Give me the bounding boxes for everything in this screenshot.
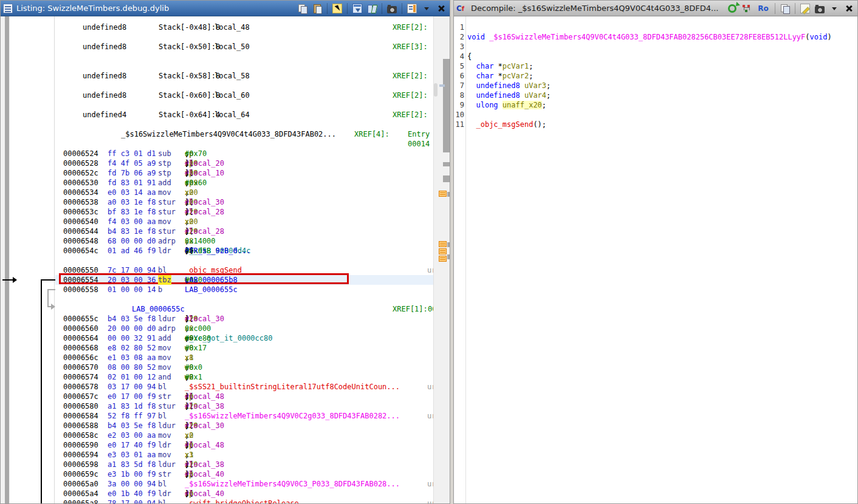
edit-icon: [800, 4, 810, 13]
close-decompiler-button[interactable]: [843, 2, 855, 15]
label-row[interactable]: _$s16SwizzleMeTimbers4Q9V0C4t4G033_8DFD4…: [1, 129, 450, 139]
instruction-row[interactable]: 0000653cbf 83 1e f8sturxzr,[x29, #local_…: [1, 207, 450, 217]
decompiler-code-line[interactable]: 3: [454, 42, 857, 52]
instruction-row[interactable]: 0000654c01 ad 46 f9ldrx1=>s__9zB_0000dd4…: [1, 246, 450, 256]
stack-variable-row[interactable]: undefined4Stack[-0x64]:4local_64XREF[2]:: [1, 110, 450, 120]
decompiler-code-line[interactable]: 7 undefined8 uVar3;: [454, 81, 857, 90]
instruction-row[interactable]: 0000658ce2 03 00 aamovx2,x0: [1, 431, 450, 440]
scroll-marker-margin[interactable]: [433, 16, 450, 503]
listing-title: Listing: SwizzleMeTimbers.debug.dylib: [16, 4, 169, 13]
decompiler-code-line[interactable]: 5 char *pcVar1;: [454, 61, 857, 71]
snapshot-camera-icon: [387, 6, 397, 13]
copy-icon: [780, 4, 790, 13]
decompiler-code-line[interactable]: 11 _objc_msgSend();: [454, 120, 857, 129]
instruction-row[interactable]: 00006598a1 83 5d f8ldurx1,[x29, #local_3…: [1, 460, 450, 469]
cursor-location-button[interactable]: [331, 2, 343, 15]
instruction-row[interactable]: 00006568e8 02 80 52movw8,#0x17: [1, 343, 450, 353]
ro-button[interactable]: Ro: [755, 2, 771, 15]
bookmark-icon[interactable]: [439, 248, 447, 254]
copy-button[interactable]: [297, 2, 309, 15]
listing-row[interactable]: 00014: [1, 139, 450, 149]
instruction-row[interactable]: 00006528f4 4f 05 a9stpx20,x19,[sp, #loca…: [1, 158, 450, 168]
decompiler-code-line[interactable]: 2void _$s16SwizzleMeTimbers4Q9V0C4t4G033…: [454, 32, 857, 42]
instruction-row[interactable]: 00006594e3 03 01 aamovx3,x1: [1, 450, 450, 460]
instruction-row[interactable]: 0000658452 f8 ff 97bl_$s16SwizzleMeTimbe…: [1, 411, 450, 421]
stack-variable-row[interactable]: undefined8Stack[-0x48]:8local_48XREF[2]:: [1, 22, 450, 32]
instruction-row[interactable]: 0000655801 00 00 14bLAB_0000655c: [1, 285, 450, 295]
instruction-row[interactable]: 0000657803 17 00 94bl_$sSS21_builtinStri…: [1, 382, 450, 392]
scrollbar-thumb[interactable]: [434, 83, 438, 97]
instruction-row[interactable]: 0000655420 03 00 36tbzw0,#0x0,LAB_000065…: [1, 275, 450, 285]
options-caret-button[interactable]: [420, 2, 433, 15]
decompiler-code-line[interactable]: 10: [454, 110, 857, 120]
panel-menu-caret[interactable]: [828, 2, 840, 15]
jump-flow-line: [41, 279, 55, 281]
listing-titlebar[interactable]: Listing: SwizzleMeTimbers.debug.dylib: [1, 1, 450, 16]
paste-button[interactable]: [311, 2, 323, 15]
label-row[interactable]: LAB_0000655cXREF[1]:00006: [1, 304, 450, 314]
instruction-row[interactable]: 00006590e0 17 40 f9ldrx0,[sp, #local_48]: [1, 440, 450, 450]
line-number: 1: [454, 22, 464, 32]
edit-button[interactable]: [799, 2, 811, 15]
refresh-icon: [728, 4, 736, 13]
bookmark-icon[interactable]: [439, 241, 447, 247]
instruction-row[interactable]: 0000657008 00 80 52movw8,#0x0: [1, 363, 450, 372]
copy-button[interactable]: [779, 2, 791, 15]
instruction-row[interactable]: 00006530fd 83 01 91addx29,sp,#0x60: [1, 178, 450, 188]
line-number: 10: [454, 110, 464, 120]
instruction-row[interactable]: 000065a03a 00 00 94bl_$s16SwizzleMeTimbe…: [1, 479, 450, 489]
instruction-row[interactable]: 0000656ce1 03 08 aamovx1,x8: [1, 353, 450, 363]
instruction-row[interactable]: 00006580a1 83 1d f8sturx1,[x29, #local_3…: [1, 401, 450, 411]
instruction-row[interactable]: 00006524ff c3 01 d1subsp,sp,#0x70: [1, 149, 450, 158]
diff-view-icon: [367, 4, 377, 13]
close-listing-button[interactable]: [435, 2, 447, 15]
decompiler-title: Decompile: _$s16SwizzleMeTimbers4Q9V0C4t…: [471, 4, 718, 13]
stack-variable-row[interactable]: undefined8Stack[-0x60]:8local_60XREF[2]:: [1, 90, 450, 100]
ro-icon: Ro: [757, 4, 770, 13]
instruction-row[interactable]: 00006588b4 03 5e f8ldurx20,[x29, #local_…: [1, 421, 450, 431]
decompiler-code-line[interactable]: 4{: [454, 52, 857, 61]
instruction-row[interactable]: 000065a878 17 00 94bl_swift_bridgeObject…: [1, 499, 450, 503]
cursor-location-icon: [332, 4, 342, 13]
graph-icon: [742, 4, 752, 13]
listing-view[interactable]: undefined8Stack[-0x48]:8local_48XREF[2]:…: [1, 16, 450, 503]
decompiler-code-line[interactable]: 9 ulong unaff_x20;: [454, 100, 857, 110]
instruction-row[interactable]: 0000656400 00 32 91addx0=>s_Ye_got_it_00…: [1, 333, 450, 343]
instruction-row[interactable]: 0000655cb4 03 5e f8ldurx20,[x29, #local_…: [1, 314, 450, 324]
instruction-row[interactable]: 0000656020 00 00 d0adrpx0,0xc000: [1, 324, 450, 333]
snapshot-button[interactable]: [386, 2, 398, 15]
dropdown-caret-icon: [424, 4, 430, 13]
instruction-row[interactable]: 00006544b4 83 1e f8sturx20,[x29, #local_…: [1, 226, 450, 236]
instruction-row[interactable]: 000065a4e0 1b 40 f9ldrx0,[sp, #local_40]: [1, 489, 450, 499]
instruction-row[interactable]: 0000654868 00 00 d0adrpx8,0x14000: [1, 236, 450, 246]
instruction-row[interactable]: 00006534e0 03 14 aamovx0,x20: [1, 188, 450, 197]
decompiler-view[interactable]: 12void _$s16SwizzleMeTimbers4Q9V0C4t4G03…: [454, 16, 857, 503]
decompiler-code-line[interactable]: 6 char *pcVar2;: [454, 71, 857, 81]
stack-variable-row[interactable]: undefined8Stack[-0x50]:8local_50XREF[3]:: [1, 42, 450, 52]
instruction-row[interactable]: 0000657ce0 17 00 f9strx0,[sp, #local_48]: [1, 392, 450, 401]
diff-view-button[interactable]: [366, 2, 378, 15]
bookmark-icon[interactable]: [439, 191, 447, 197]
instruction-row[interactable]: 0000657402 01 00 12andw2,w8,#0x1: [1, 372, 450, 382]
fallthrough-flow-line: [47, 289, 49, 307]
decompiler-panel: Cf Decompile: _$s16SwizzleMeTimbers4Q9V0…: [453, 0, 858, 504]
decompiler-code-line[interactable]: 8 undefined8 uVar4;: [454, 90, 857, 100]
listing-options-button[interactable]: [406, 2, 418, 15]
line-number: 8: [454, 90, 464, 100]
graph-button[interactable]: [741, 2, 753, 15]
bookmark-icon[interactable]: [439, 256, 447, 262]
toggle-header-button[interactable]: [351, 2, 363, 15]
instruction-row[interactable]: 000065507c 17 00 94bl_objc_msgSendur: [1, 265, 450, 275]
instruction-row[interactable]: 00006538a0 03 1e f8sturx0,[x29, #local_3…: [1, 197, 450, 207]
snapshot-button[interactable]: [814, 2, 826, 15]
fallthrough-arrow: [51, 304, 55, 310]
decompiler-code-line[interactable]: 1: [454, 22, 857, 32]
refresh-button[interactable]: [726, 2, 738, 15]
line-number: 11: [454, 120, 464, 129]
line-number: 4: [454, 52, 464, 61]
decompiler-titlebar[interactable]: Cf Decompile: _$s16SwizzleMeTimbers4Q9V0…: [454, 1, 857, 16]
instruction-row[interactable]: 0000652cfd 7b 06 a9stpx29,x30,[sp, #loca…: [1, 168, 450, 178]
instruction-row[interactable]: 00006540f4 03 00 aamovx20,x0: [1, 217, 450, 226]
stack-variable-row[interactable]: undefined8Stack[-0x58]:8local_58XREF[2]:: [1, 71, 450, 81]
instruction-row[interactable]: 0000659ce3 1b 00 f9strx3,[sp, #local_40]: [1, 469, 450, 479]
